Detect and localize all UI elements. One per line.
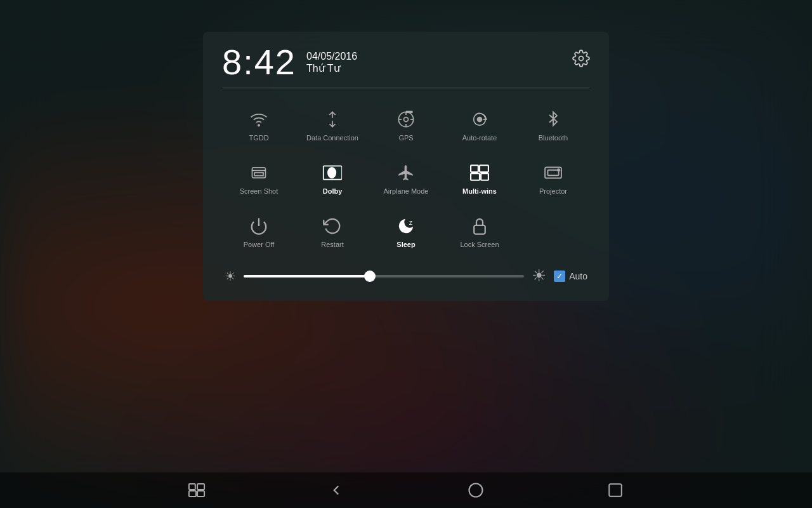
quick-settings-panel: 8:42 04/05/2016 Thứ Tư <box>203 32 609 301</box>
dolby-label: Dolby <box>323 187 343 195</box>
back-button[interactable] <box>320 478 352 503</box>
toggle-sleep[interactable]: z Sleep <box>369 208 443 256</box>
restart-label: Restart <box>321 241 343 248</box>
bluetooth-icon <box>544 109 562 130</box>
bottom-nav <box>0 472 812 508</box>
auto-rotate-icon <box>471 109 488 130</box>
gps-icon <box>397 109 415 130</box>
toggle-power-off[interactable]: Power Off <box>222 208 296 256</box>
screenshot-icon <box>250 162 268 184</box>
toggle-tgdd[interactable]: TGDD <box>222 101 296 149</box>
svg-rect-29 <box>189 484 195 490</box>
svg-rect-21 <box>471 173 480 180</box>
quick-row-3: Power Off Restart z Sle <box>222 208 590 256</box>
svg-point-18 <box>327 167 336 178</box>
toggle-gps[interactable]: GPS <box>369 101 443 149</box>
quick-row-1: TGDD Data Connection <box>222 101 590 149</box>
data-connection-icon <box>324 109 341 130</box>
toggle-airplane[interactable]: Airplane Mode <box>369 154 443 203</box>
bluetooth-label: Bluetooth <box>539 134 568 142</box>
day: Thứ Tư <box>306 62 357 74</box>
multi-wins-label: Multi-wins <box>462 187 497 195</box>
brightness-slider[interactable] <box>244 275 524 277</box>
quick-row-2: Screen Shot Dolby <box>222 154 590 203</box>
lock-screen-label: Lock Screen <box>460 241 499 248</box>
brightness-low-icon: ☀ <box>225 269 236 284</box>
toggle-auto-rotate[interactable]: Auto-rotate <box>443 101 516 149</box>
toggle-data-connection[interactable]: Data Connection <box>296 101 369 149</box>
projector-icon <box>544 162 563 184</box>
auto-brightness-checkbox[interactable]: ✓ <box>554 271 565 282</box>
brightness-thumb[interactable] <box>364 271 376 282</box>
gps-label: GPS <box>398 134 413 142</box>
toggle-projector[interactable]: Projector <box>516 154 590 203</box>
date-block: 04/05/2016 Thứ Tư <box>306 44 357 74</box>
restart-icon <box>323 215 342 237</box>
svg-point-1 <box>258 124 259 126</box>
svg-rect-32 <box>197 491 204 497</box>
svg-text:z: z <box>409 219 412 226</box>
toggle-multi-wins[interactable]: Multi-wins <box>443 154 516 203</box>
empty-slot <box>516 208 590 256</box>
toggle-screenshot[interactable]: Screen Shot <box>222 154 296 203</box>
lock-screen-icon <box>470 215 489 237</box>
svg-rect-14 <box>254 173 263 176</box>
airplane-icon <box>397 162 415 184</box>
svg-rect-20 <box>480 165 488 172</box>
brightness-row: ☀ ☀ ✓ Auto <box>222 266 590 286</box>
auto-text: Auto <box>569 271 587 281</box>
header-divider <box>222 88 590 88</box>
sleep-label: Sleep <box>396 241 415 248</box>
toggle-dolby[interactable]: Dolby <box>296 154 369 203</box>
airplane-label: Airplane Mode <box>384 187 429 195</box>
clock: 8:42 <box>222 44 296 80</box>
auto-rotate-label: Auto-rotate <box>462 134 497 142</box>
auto-brightness-label: ✓ Auto <box>554 271 587 282</box>
time-block: 8:42 04/05/2016 Thứ Tư <box>222 44 357 80</box>
recent-apps-button[interactable] <box>599 478 631 503</box>
toggle-bluetooth[interactable]: Bluetooth <box>516 101 590 149</box>
panel-header: 8:42 04/05/2016 Thứ Tư <box>222 44 590 80</box>
svg-rect-28 <box>474 225 485 234</box>
svg-point-12 <box>478 117 482 122</box>
screenshot-label: Screen Shot <box>240 187 278 195</box>
dolby-icon <box>322 162 343 184</box>
svg-point-9 <box>404 117 409 122</box>
wifi-icon <box>250 109 268 130</box>
sleep-icon: z <box>396 215 416 237</box>
power-off-label: Power Off <box>244 241 275 248</box>
svg-rect-34 <box>609 484 622 497</box>
settings-button[interactable] <box>572 44 590 71</box>
svg-rect-24 <box>547 170 558 176</box>
toggle-restart[interactable]: Restart <box>296 208 369 256</box>
svg-rect-31 <box>189 491 196 497</box>
projector-label: Projector <box>539 187 567 195</box>
power-off-icon <box>249 215 268 237</box>
svg-rect-22 <box>481 173 488 180</box>
home-button[interactable] <box>460 478 492 503</box>
brightness-high-icon: ☀ <box>532 266 546 286</box>
multi-wins-icon <box>470 162 489 184</box>
tgdd-label: TGDD <box>249 134 268 142</box>
date: 04/05/2016 <box>306 51 357 62</box>
svg-rect-19 <box>471 165 478 172</box>
data-connection-label: Data Connection <box>306 134 358 142</box>
brightness-fill <box>244 275 370 277</box>
multiwin-nav-button[interactable] <box>181 478 213 503</box>
svg-point-0 <box>579 57 584 61</box>
svg-rect-30 <box>197 484 204 490</box>
svg-point-33 <box>469 484 483 497</box>
toggle-lock-screen[interactable]: Lock Screen <box>443 208 516 256</box>
svg-point-25 <box>558 169 560 171</box>
